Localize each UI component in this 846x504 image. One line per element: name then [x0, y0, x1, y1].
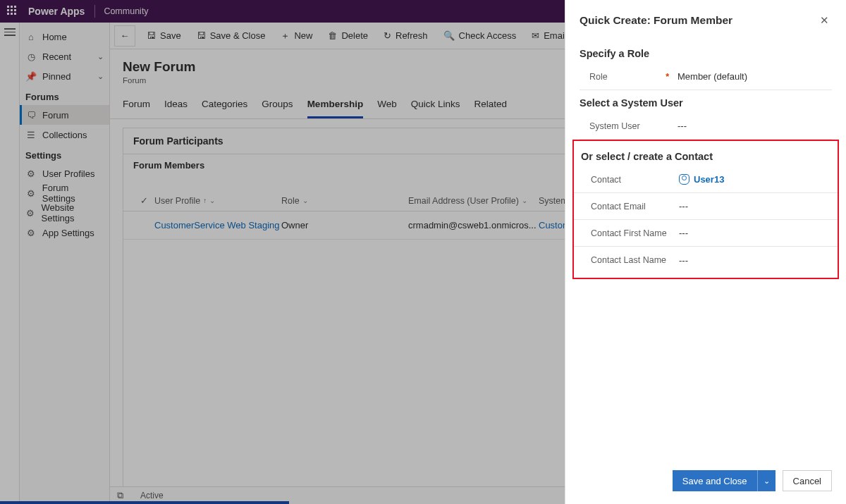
contact-lookup-value[interactable]: User13 [679, 174, 724, 185]
save-split-button[interactable]: ⌄ [757, 470, 776, 491]
delete-button[interactable]: 🗑Delete [321, 25, 375, 47]
field-contact-last-name[interactable]: Contact Last Name --- [574, 247, 838, 273]
chevron-down-icon: ⌄ [97, 52, 104, 61]
close-button[interactable]: ✕ [817, 11, 832, 30]
cmd-label: Refresh [396, 30, 428, 41]
field-label: Role [589, 72, 608, 82]
clock-icon: ◷ [25, 51, 37, 62]
site-map: ⌂ Home ◷ Recent ⌄ 📌 Pinned ⌄ Forums 🗨 Fo… [20, 23, 110, 504]
check-access-button[interactable]: 🔍Check Access [436, 25, 524, 47]
refresh-icon: ↻ [384, 30, 391, 41]
field-value[interactable]: --- [676, 255, 830, 266]
cmd-label: Save [160, 30, 181, 41]
app-launcher-icon[interactable] [7, 6, 18, 17]
field-value[interactable]: --- [675, 121, 832, 131]
contact-icon [679, 174, 689, 185]
tab-membership[interactable]: Membership [307, 94, 364, 118]
gear-icon: ⚙ [25, 228, 37, 238]
site-map-toggle-column [0, 23, 20, 504]
mail-icon: ✉ [532, 30, 539, 41]
field-label: System User [589, 121, 640, 131]
nav-home[interactable]: ⌂ Home [20, 27, 109, 47]
nav-label: Forum [42, 110, 69, 121]
field-role[interactable]: Role * Member (default) [580, 63, 832, 90]
chevron-down-icon: ⌄ [764, 477, 770, 486]
chevron-down-icon: ⌄ [302, 197, 308, 204]
field-label: Contact First Name [591, 228, 667, 238]
col-email[interactable]: Email Address (User Profile) ⌄ [408, 196, 539, 206]
save-close-button[interactable]: 🖫Save & Close [190, 25, 273, 47]
field-value[interactable]: Member (default) [675, 71, 832, 82]
back-button[interactable]: ← [114, 25, 135, 47]
popout-icon[interactable]: ⧉ [117, 490, 123, 501]
save-icon: 🖫 [147, 30, 156, 41]
chevron-down-icon: ⌄ [209, 197, 215, 204]
field-system-user[interactable]: System User --- [580, 113, 832, 140]
section-contact: Or select / create a Contact [574, 151, 838, 162]
back-arrow-icon: ← [121, 30, 130, 41]
chat-icon: 🗨 [25, 110, 37, 121]
col-label: Email Address (User Profile) [408, 196, 519, 206]
cancel-button[interactable]: Cancel [783, 470, 832, 491]
close-icon: ✕ [820, 14, 829, 26]
tab-categories[interactable]: Categories [202, 94, 247, 118]
menu-icon[interactable] [4, 28, 16, 36]
tab-related[interactable]: Related [474, 94, 507, 118]
new-button[interactable]: ＋New [274, 25, 319, 47]
cmd-label: Delete [341, 30, 368, 41]
field-label: Contact [591, 175, 621, 185]
nav-user-profiles[interactable]: ⚙ User Profiles [20, 164, 109, 183]
save-close-icon: 🖫 [197, 30, 206, 41]
nav-pinned[interactable]: 📌 Pinned ⌄ [20, 66, 109, 86]
tab-ideas[interactable]: Ideas [164, 94, 188, 118]
nav-recent[interactable]: ◷ Recent ⌄ [20, 47, 109, 66]
col-label: System [539, 196, 568, 206]
status-value: Active [140, 491, 164, 500]
save-and-close-button[interactable]: Save and Close [673, 470, 757, 491]
field-value[interactable]: --- [676, 201, 830, 211]
cell-user[interactable]: CustomerService Web Staging [154, 220, 281, 231]
col-label: User Profile [154, 196, 200, 206]
tab-forum[interactable]: Forum [123, 94, 150, 118]
field-value[interactable]: --- [676, 228, 830, 238]
cell-email: crmadmin@csweb1.onmicros... [408, 220, 539, 231]
select-all-check[interactable]: ✓ [133, 195, 154, 206]
nav-label: Forum Settings [42, 183, 104, 204]
contact-text: User13 [694, 174, 724, 185]
col-user-profile[interactable]: User Profile ↑ ⌄ [154, 196, 281, 206]
chevron-down-icon: ⌄ [97, 72, 104, 81]
save-button[interactable]: 🖫Save [140, 25, 188, 47]
chevron-down-icon: ⌄ [522, 197, 527, 204]
nav-label: Collections [42, 130, 87, 140]
nav-label: Recent [42, 51, 71, 62]
home-icon: ⌂ [25, 32, 37, 42]
gear-icon: ⚙ [25, 188, 37, 199]
sort-asc-icon: ↑ [203, 197, 207, 204]
nav-app-settings[interactable]: ⚙ App Settings [20, 223, 109, 242]
required-indicator: * [666, 72, 675, 82]
nav-label: Pinned [42, 71, 70, 82]
nav-website-settings[interactable]: ⚙ Website Settings [20, 203, 109, 223]
product-name: Power Apps [28, 6, 94, 17]
refresh-button[interactable]: ↻Refresh [376, 25, 435, 47]
divider [94, 5, 95, 18]
tab-web[interactable]: Web [377, 94, 397, 118]
trash-icon: 🗑 [328, 30, 337, 41]
nav-forum-settings[interactable]: ⚙ Forum Settings [20, 183, 109, 203]
nav-group-forums: Forums [20, 86, 109, 105]
tab-quick-links[interactable]: Quick Links [411, 94, 460, 118]
nav-forum[interactable]: 🗨 Forum [20, 105, 109, 125]
nav-label: Home [42, 32, 67, 42]
quick-create-panel: Quick Create: Forum Member ✕ Specify a R… [565, 0, 846, 504]
cmd-label: New [294, 30, 312, 41]
quick-create-header: Quick Create: Forum Member ✕ [565, 0, 846, 35]
field-contact-first-name[interactable]: Contact First Name --- [574, 220, 838, 247]
tab-groups[interactable]: Groups [262, 94, 293, 118]
gear-icon: ⚙ [25, 168, 37, 179]
field-contact[interactable]: Contact User13 [574, 166, 838, 193]
section-system-user: Select a System User [580, 97, 832, 109]
field-contact-email[interactable]: Contact Email --- [574, 193, 838, 220]
nav-collections[interactable]: ☰ Collections [20, 125, 109, 145]
section-specify-role: Specify a Role [580, 48, 832, 59]
col-role[interactable]: Role ⌄ [281, 196, 408, 206]
